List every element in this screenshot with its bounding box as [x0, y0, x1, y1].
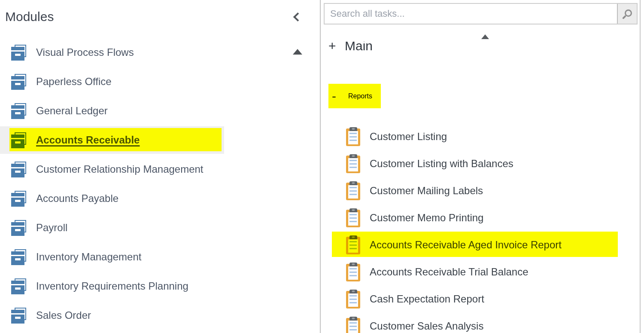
tasks-panel: + Main - Reports Customer Listing Custom… — [320, 0, 641, 333]
modules-header: Modules — [0, 0, 320, 38]
module-label: Paperless Office — [36, 76, 112, 88]
module-label: Accounts Receivable — [36, 134, 140, 146]
task-label: Accounts Receivable Trial Balance — [370, 266, 529, 278]
task-item-accounts-receivable-trial-balance[interactable]: Accounts Receivable Trial Balance — [321, 258, 640, 285]
module-box-icon — [11, 45, 27, 61]
task-list: Customer Listing Customer Listing with B… — [321, 123, 640, 333]
task-clipboard-icon — [346, 290, 360, 309]
module-box-icon — [11, 162, 27, 177]
module-item-customer-relationship-management[interactable]: Customer Relationship Management — [0, 155, 320, 184]
tree-group-main[interactable]: + Main — [321, 42, 640, 53]
search-icon — [625, 9, 632, 17]
module-box-icon — [11, 278, 27, 294]
module-box-icon — [11, 191, 27, 207]
module-box-icon — [11, 249, 27, 265]
module-item-accounts-receivable[interactable]: Accounts Receivable — [0, 125, 320, 155]
task-item-customer-mailing-labels[interactable]: Customer Mailing Labels — [321, 177, 640, 204]
task-launcher: Modules Visual Process Flows Paperless O… — [0, 0, 644, 333]
module-label: General Ledger — [36, 105, 108, 117]
module-label: Customer Relationship Management — [36, 163, 204, 175]
collapse-panel-chevron-icon[interactable] — [293, 12, 302, 21]
collapse-arrow-icon[interactable] — [293, 49, 302, 55]
task-clipboard-icon — [346, 263, 360, 281]
search-bar — [324, 3, 638, 24]
search-input[interactable] — [325, 4, 617, 24]
module-label: Accounts Payable — [36, 192, 118, 205]
module-label: Inventory Requirements Planning — [36, 280, 188, 292]
task-item-customer-memo-printing[interactable]: Customer Memo Printing — [321, 204, 640, 231]
module-label: Payroll — [36, 222, 67, 234]
task-label: Customer Mailing Labels — [370, 185, 483, 197]
module-item-accounts-payable[interactable]: Accounts Payable — [0, 184, 320, 213]
module-item-visual-process-flows[interactable]: Visual Process Flows — [0, 38, 320, 67]
task-clipboard-icon — [346, 154, 360, 173]
task-label: Cash Expectation Report — [370, 293, 484, 305]
task-label: Customer Listing with Balances — [370, 158, 513, 170]
task-label: Customer Listing — [370, 131, 447, 143]
module-item-paperless-office[interactable]: Paperless Office — [0, 67, 320, 96]
reports-highlight: - Reports — [328, 84, 381, 108]
tree-group-label: Main — [345, 42, 373, 53]
tree-group-label: Reports — [348, 92, 372, 100]
module-box-icon — [11, 74, 27, 90]
task-item-cash-expectation-report[interactable]: Cash Expectation Report — [321, 285, 640, 312]
task-label: Customer Memo Printing — [370, 212, 483, 224]
modules-panel-title: Modules — [5, 9, 54, 24]
module-label: Inventory Management — [36, 251, 141, 263]
task-item-customer-listing-with-balances[interactable]: Customer Listing with Balances — [321, 150, 640, 177]
module-label: Visual Process Flows — [36, 46, 134, 58]
module-box-icon — [11, 132, 27, 148]
tree-group-reports[interactable]: - Reports — [328, 84, 381, 108]
search-button[interactable] — [617, 4, 637, 24]
collapse-minus-icon: - — [332, 89, 348, 104]
task-item-accounts-receivable-aged-invoice-report[interactable]: Accounts Receivable Aged Invoice Report — [321, 231, 640, 258]
task-clipboard-icon — [346, 235, 360, 254]
module-item-inventory-requirements-planning[interactable]: Inventory Requirements Planning — [0, 272, 320, 301]
task-item-customer-sales-analysis[interactable]: Customer Sales Analysis — [321, 312, 640, 333]
task-item-customer-listing[interactable]: Customer Listing — [321, 123, 640, 150]
task-label: Customer Sales Analysis — [370, 320, 483, 332]
module-item-payroll[interactable]: Payroll — [0, 213, 320, 242]
module-item-general-ledger[interactable]: General Ledger — [0, 96, 320, 125]
modules-panel: Modules Visual Process Flows Paperless O… — [0, 0, 320, 333]
module-box-icon — [11, 308, 27, 324]
task-clipboard-icon — [346, 181, 360, 200]
tree-group-main-viewport: + Main — [321, 42, 640, 60]
task-label: Accounts Receivable Aged Invoice Report — [370, 239, 562, 251]
module-item-inventory-management[interactable]: Inventory Management — [0, 242, 320, 272]
module-box-icon — [11, 103, 27, 119]
task-clipboard-icon — [346, 317, 360, 333]
expand-plus-icon: + — [328, 42, 345, 53]
scroll-up-icon[interactable] — [481, 34, 489, 39]
task-clipboard-icon — [346, 127, 360, 146]
module-list: Visual Process Flows Paperless Office Ge… — [0, 38, 320, 330]
task-clipboard-icon — [346, 208, 360, 227]
module-box-icon — [11, 220, 27, 236]
module-label: Sales Order — [36, 309, 91, 321]
module-item-sales-order[interactable]: Sales Order — [0, 301, 320, 330]
